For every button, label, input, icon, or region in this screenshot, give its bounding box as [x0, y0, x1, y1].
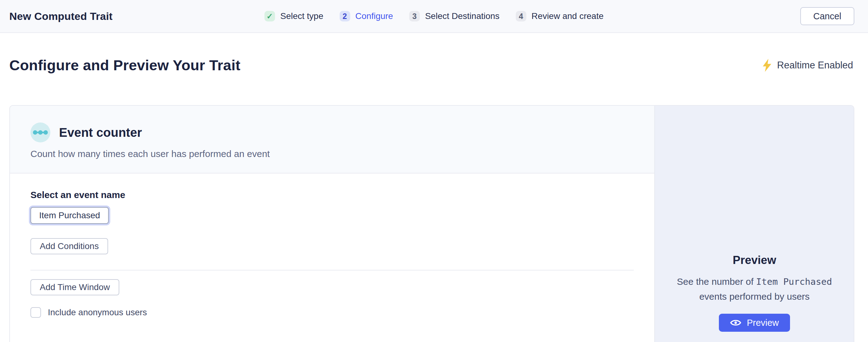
lightning-bolt-icon	[762, 59, 772, 72]
preview-event-name: Item Purchased	[756, 276, 832, 287]
page-title: Configure and Preview Your Trait	[9, 57, 241, 74]
trait-type-title: Event counter	[59, 125, 142, 140]
preview-panel: Preview See the number of Item Purchased…	[654, 106, 854, 342]
top-bar: New Computed Trait ✓ Select type 2 Confi…	[0, 0, 868, 33]
page-heading-row: Configure and Preview Your Trait Realtim…	[9, 57, 853, 74]
step-review-and-create[interactable]: 4 Review and create	[516, 11, 603, 22]
trait-config-main: Event counter Count how many times each …	[10, 106, 654, 342]
realtime-badge: Realtime Enabled	[762, 59, 853, 72]
step-label: Configure	[355, 11, 393, 21]
anonymous-users-row: Include anonymous users	[30, 307, 634, 318]
trait-config-form: Select an event name Item Purchased Add …	[10, 173, 654, 342]
preview-panel-title: Preview	[733, 254, 776, 267]
step-select-type[interactable]: ✓ Select type	[265, 11, 323, 22]
step-number-badge: 2	[340, 11, 350, 22]
preview-description: See the number of Item Purchased events …	[667, 274, 842, 304]
event-name-label: Select an event name	[30, 190, 634, 200]
window-title: New Computed Trait	[9, 10, 113, 22]
step-label: Select Destinations	[425, 11, 500, 21]
add-time-window-button[interactable]: Add Time Window	[30, 279, 119, 295]
trait-type-header: Event counter Count how many times each …	[10, 106, 654, 173]
eye-icon	[730, 319, 741, 326]
step-number-badge: 4	[516, 11, 526, 22]
preview-description-suffix: events performed by users	[699, 291, 810, 302]
realtime-label: Realtime Enabled	[777, 60, 853, 71]
wizard-stepper: ✓ Select type 2 Configure 3 Select Desti…	[265, 0, 603, 32]
trait-type-description: Count how many times each user has perfo…	[30, 149, 634, 159]
event-counter-icon	[30, 122, 50, 142]
step-number-badge: 3	[409, 11, 420, 22]
cancel-button[interactable]: Cancel	[800, 7, 854, 25]
preview-button[interactable]: Preview	[719, 314, 790, 332]
step-configure[interactable]: 2 Configure	[340, 11, 393, 22]
include-anonymous-checkbox[interactable]	[30, 307, 41, 318]
add-conditions-button[interactable]: Add Conditions	[30, 238, 108, 254]
step-label: Review and create	[532, 11, 603, 21]
step-select-destinations[interactable]: 3 Select Destinations	[409, 11, 500, 22]
check-icon: ✓	[265, 11, 275, 22]
event-name-select[interactable]: Item Purchased	[30, 207, 109, 224]
include-anonymous-label: Include anonymous users	[48, 308, 147, 317]
preview-button-label: Preview	[747, 318, 779, 328]
trait-config-card: Event counter Count how many times each …	[9, 105, 854, 342]
step-label: Select type	[280, 11, 323, 21]
preview-description-prefix: See the number of	[677, 276, 756, 287]
